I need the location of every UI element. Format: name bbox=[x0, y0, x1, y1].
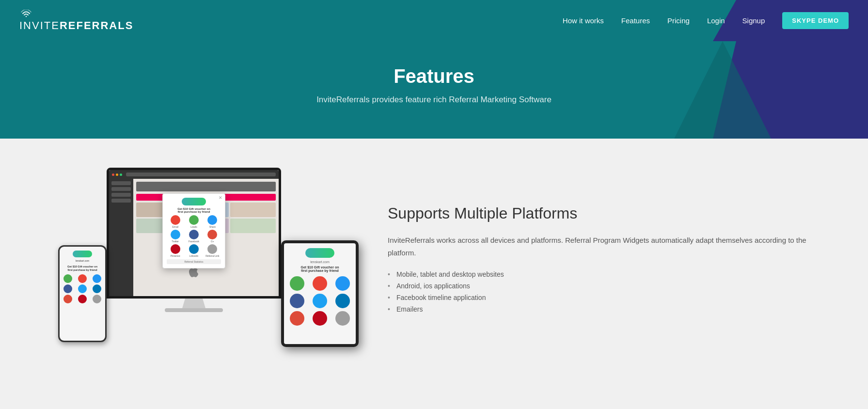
features-description: InviteReferrals works across all devices… bbox=[388, 234, 810, 259]
nav-how-it-works[interactable]: How it works bbox=[563, 16, 604, 25]
hero-subtitle: InviteReferrals provides feature rich Re… bbox=[19, 95, 849, 105]
tablet-mockup: lenskart.com Get $10 Gift voucher onfirs… bbox=[281, 240, 359, 347]
nav-signup[interactable]: Signup bbox=[742, 16, 765, 25]
logo[interactable]: INVITEREFERRALS bbox=[19, 10, 133, 32]
nav-features[interactable]: Features bbox=[621, 16, 650, 25]
devices-container: lenskart.com Get $10 Gift voucher onfirs… bbox=[58, 168, 359, 352]
nav-login[interactable]: Login bbox=[707, 16, 725, 25]
desktop-mockup: ✕ Get $10 Gift voucher onfirst purchase … bbox=[107, 168, 281, 323]
logo-text: INVITEREFERRALS bbox=[19, 19, 133, 32]
content-section: lenskart.com Get $10 Gift voucher onfirs… bbox=[0, 139, 868, 381]
list-item: Emailers bbox=[388, 303, 810, 315]
main-nav: How it works Features Pricing Login Sign… bbox=[563, 12, 849, 29]
apple-logo bbox=[189, 267, 199, 282]
skype-demo-button[interactable]: SKYPE DEMO bbox=[782, 12, 849, 29]
list-item: Android, ios applications bbox=[388, 280, 810, 292]
list-item: Mobile, tablet and desktop websites bbox=[388, 268, 810, 280]
features-text: Supports Multiple Platforms InviteReferr… bbox=[388, 204, 810, 315]
list-item: Facebook timeline application bbox=[388, 292, 810, 303]
header: INVITEREFERRALS How it works Features Pr… bbox=[0, 0, 868, 41]
hero-section: Features InviteReferrals provides featur… bbox=[0, 41, 868, 139]
features-heading: Supports Multiple Platforms bbox=[388, 204, 810, 222]
features-list: Mobile, tablet and desktop websites Andr… bbox=[388, 268, 810, 315]
nav-pricing[interactable]: Pricing bbox=[667, 16, 690, 25]
phone-mockup: lenskart.com Get $10 Gift voucher onfirs… bbox=[58, 245, 107, 342]
hero-title: Features bbox=[19, 65, 849, 87]
